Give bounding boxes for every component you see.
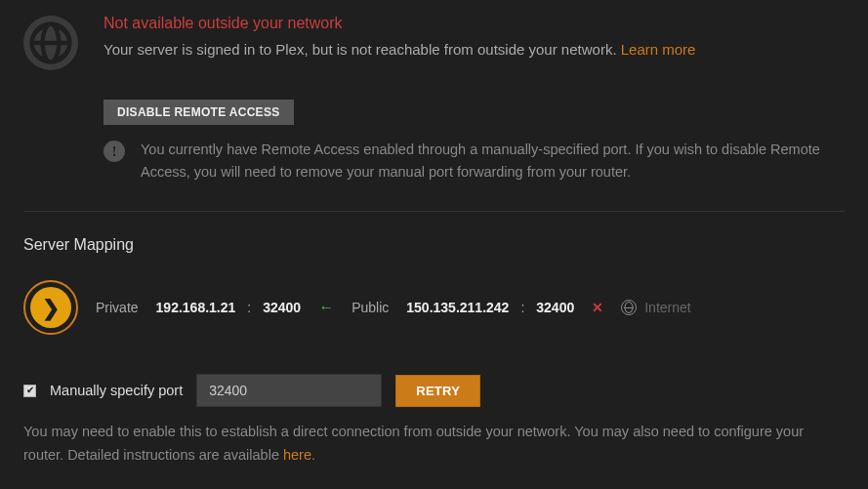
disable-remote-access-button[interactable]: DISABLE REMOTE ACCESS xyxy=(103,100,294,125)
public-colon: : xyxy=(520,298,524,318)
manually-specify-port-checkbox[interactable]: ✔ xyxy=(23,385,36,397)
public-ip: 150.135.211.242 xyxy=(406,298,509,318)
section-divider xyxy=(23,211,845,212)
private-colon: : xyxy=(247,298,251,318)
server-mapping-row: ❯ Private 192.168.1.21 : 32400 ← Public … xyxy=(23,280,845,335)
public-label: Public xyxy=(351,298,389,318)
arrow-left-icon: ← xyxy=(318,296,334,319)
status-subtitle: Your server is signed in to Plex, but is… xyxy=(103,39,695,61)
learn-more-link[interactable]: Learn more xyxy=(621,41,696,58)
private-port: 32400 xyxy=(263,298,301,318)
internet-globe-icon xyxy=(621,300,637,315)
connection-failed-icon: ✕ xyxy=(592,298,603,318)
private-label: Private xyxy=(96,298,139,318)
plex-server-icon: ❯ xyxy=(23,280,78,335)
globe-icon xyxy=(23,16,78,70)
port-input[interactable] xyxy=(196,374,382,407)
instructions-here-link[interactable]: here xyxy=(283,447,311,463)
internet-label: Internet xyxy=(644,298,690,318)
server-mapping-heading: Server Mapping xyxy=(23,233,845,257)
info-icon: ! xyxy=(103,141,125,162)
retry-button[interactable]: RETRY xyxy=(395,375,480,407)
status-title: Not available outside your network xyxy=(103,12,695,35)
port-help-text: You may need to enable this to establish… xyxy=(23,421,845,466)
private-ip: 192.168.1.21 xyxy=(156,298,236,318)
disable-info-text: You currently have Remote Access enabled… xyxy=(141,139,845,183)
public-port: 32400 xyxy=(536,298,574,318)
manually-specify-port-label: Manually specify port xyxy=(50,381,183,402)
